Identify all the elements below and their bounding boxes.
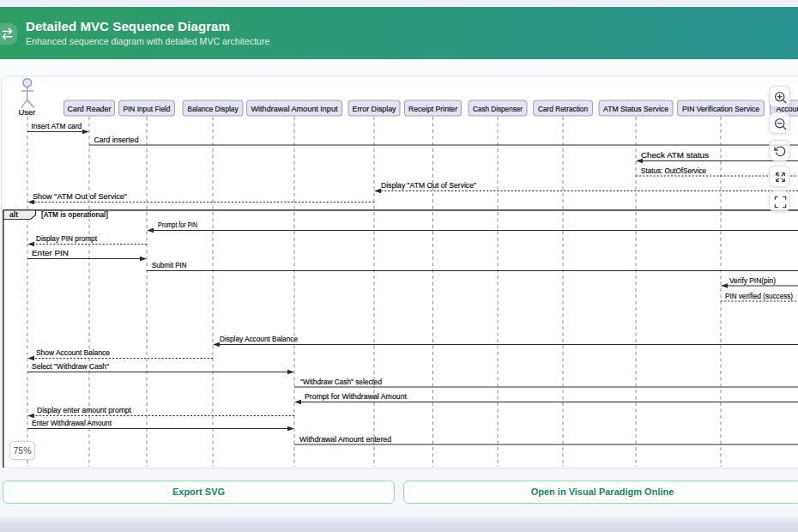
svg-text:Card inserted: Card inserted	[94, 136, 139, 144]
svg-text:Card Retraction: Card Retraction	[538, 105, 588, 113]
svg-text:Card Reader: Card Reader	[68, 105, 112, 113]
svg-text:Check ATM status: Check ATM status	[641, 151, 710, 160]
svg-text:Withdrawal Amount Input: Withdrawal Amount Input	[251, 105, 338, 113]
svg-text:Insert ATM card: Insert ATM card	[32, 122, 82, 130]
svg-text:Submit PIN: Submit PIN	[152, 261, 187, 269]
svg-text:Status: OutOfService: Status: OutOfService	[641, 166, 706, 175]
svg-text:Display enter amount prompt: Display enter amount prompt	[37, 406, 131, 414]
svg-text:ATM Status Service: ATM Status Service	[603, 105, 668, 113]
svg-text:[ATM is operational]: [ATM is operational]	[41, 211, 108, 219]
svg-text:Error Display: Error Display	[353, 105, 396, 113]
svg-text:Cash Dispenser: Cash Dispenser	[473, 105, 523, 113]
svg-text:Select "Withdraw Cash": Select "Withdraw Cash"	[32, 362, 109, 371]
svg-text:"Withdraw Cash" selected: "Withdraw Cash" selected	[300, 378, 382, 386]
svg-text:Display PIN prompt: Display PIN prompt	[36, 234, 97, 243]
svg-text:Enter Withdrawal Amount: Enter Withdrawal Amount	[32, 419, 112, 427]
svg-text:alt: alt	[9, 210, 18, 219]
svg-text:Withdrawal Amount entered: Withdrawal Amount entered	[299, 435, 391, 444]
svg-text:PIN Verification Service: PIN Verification Service	[682, 105, 759, 113]
svg-text:User: User	[19, 107, 36, 117]
svg-text:Balance Display: Balance Display	[188, 105, 239, 113]
svg-text:Prompt for Withdrawal Amount: Prompt for Withdrawal Amount	[305, 392, 407, 401]
svg-text:Display Account Balance: Display Account Balance	[220, 335, 298, 343]
svg-text:Verify PIN(pin): Verify PIN(pin)	[729, 276, 776, 285]
svg-text:Display "ATM Out of Service": Display "ATM Out of Service"	[381, 181, 476, 190]
svg-text:Receipt Printer: Receipt Printer	[408, 105, 457, 113]
svg-text:PIN Input Field: PIN Input Field	[124, 105, 171, 113]
svg-text:Enter PIN: Enter PIN	[32, 249, 69, 257]
svg-text:PIN verified (success): PIN verified (success)	[725, 292, 793, 300]
svg-text:Show "ATM Out of Service": Show "ATM Out of Service"	[33, 192, 127, 201]
svg-text:Prompt for PIN: Prompt for PIN	[158, 221, 197, 229]
svg-text:Show Account Balance: Show Account Balance	[36, 348, 110, 357]
